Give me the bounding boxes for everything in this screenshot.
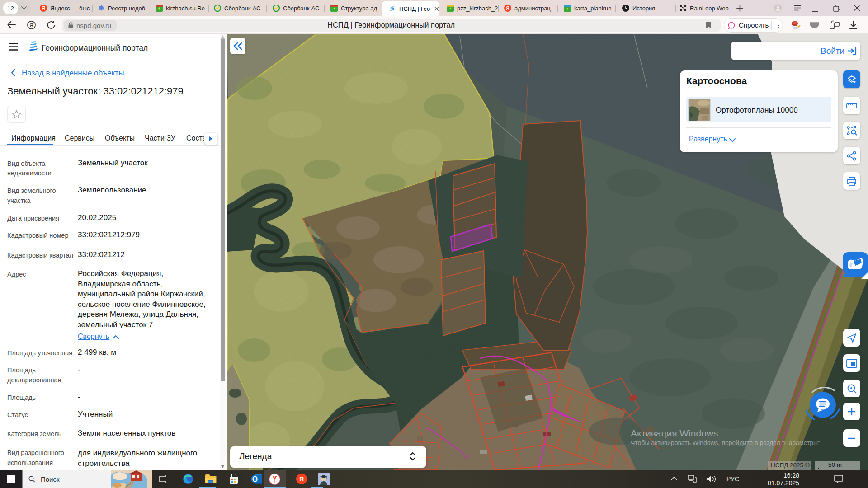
svg-text:Я: Я	[29, 23, 33, 28]
svg-text:Я: Я	[299, 475, 304, 483]
svg-text:Я: Я	[42, 6, 45, 11]
svg-text:Я: Я	[506, 6, 509, 11]
